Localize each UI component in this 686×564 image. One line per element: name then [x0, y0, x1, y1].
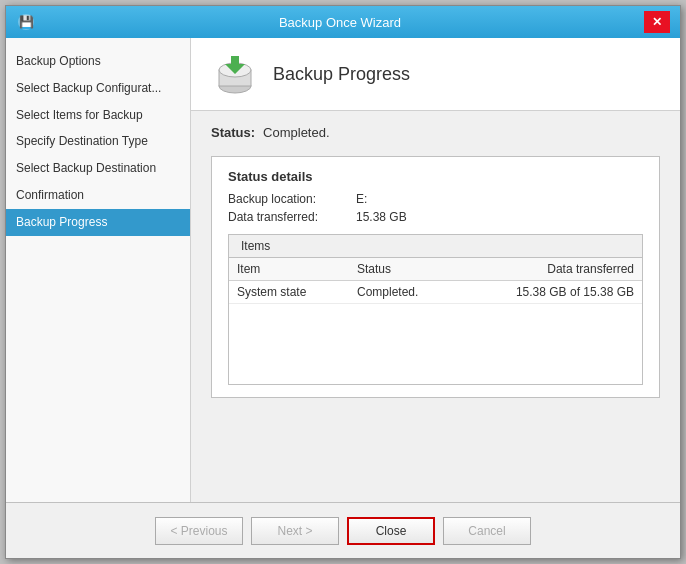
- sidebar-item-select-items-backup[interactable]: Select Items for Backup: [6, 102, 190, 129]
- sidebar-item-backup-options[interactable]: Backup Options: [6, 48, 190, 75]
- col-header-status: Status: [349, 258, 469, 281]
- close-button[interactable]: Close: [347, 517, 435, 545]
- col-header-data-transferred: Data transferred: [469, 258, 642, 281]
- status-details-title: Status details: [228, 169, 643, 184]
- table-row: System state Completed. 15.38 GB of 15.3…: [229, 281, 642, 304]
- backup-progress-icon: [211, 50, 259, 98]
- page-title: Backup Progress: [273, 64, 410, 85]
- bottom-bar: < Previous Next > Close Cancel: [6, 502, 680, 558]
- status-label: Status:: [211, 125, 255, 140]
- backup-location-value: E:: [356, 192, 367, 206]
- header-area: Backup Progress: [191, 38, 680, 111]
- backup-location-row: Backup location: E:: [228, 192, 643, 206]
- svg-text:💾: 💾: [19, 14, 34, 29]
- backup-location-label: Backup location:: [228, 192, 348, 206]
- sidebar-item-select-backup-destination[interactable]: Select Backup Destination: [6, 155, 190, 182]
- sidebar-item-confirmation[interactable]: Confirmation: [6, 182, 190, 209]
- content-area: Backup Options Select Backup Configurat.…: [6, 38, 680, 502]
- items-tab-header: Items: [229, 235, 642, 258]
- items-table: Item Status Data transferred System stat…: [229, 258, 642, 304]
- title-bar: 💾 Backup Once Wizard ✕: [6, 6, 680, 38]
- sidebar-item-backup-progress[interactable]: Backup Progress: [6, 209, 190, 236]
- sidebar-item-specify-destination[interactable]: Specify Destination Type: [6, 128, 190, 155]
- status-details-box: Status details Backup location: E: Data …: [211, 156, 660, 398]
- window-title: Backup Once Wizard: [36, 15, 644, 30]
- status-row: Status: Completed.: [211, 125, 660, 140]
- cancel-button[interactable]: Cancel: [443, 517, 531, 545]
- main-window: 💾 Backup Once Wizard ✕ Backup Options Se…: [5, 5, 681, 559]
- empty-table-space: [229, 304, 642, 384]
- col-header-item: Item: [229, 258, 349, 281]
- row-data-transferred: 15.38 GB of 15.38 GB: [469, 281, 642, 304]
- main-panel: Backup Progress Status: Completed. Statu…: [191, 38, 680, 502]
- window-close-button[interactable]: ✕: [644, 11, 670, 33]
- data-transferred-value: 15.38 GB: [356, 210, 407, 224]
- data-transferred-row: Data transferred: 15.38 GB: [228, 210, 643, 224]
- row-status: Completed.: [349, 281, 469, 304]
- main-content: Status: Completed. Status details Backup…: [191, 111, 680, 502]
- sidebar: Backup Options Select Backup Configurat.…: [6, 38, 191, 502]
- items-section: Items Item Status Data transferred: [228, 234, 643, 385]
- sidebar-item-select-backup-config[interactable]: Select Backup Configurat...: [6, 75, 190, 102]
- previous-button[interactable]: < Previous: [155, 517, 243, 545]
- row-item: System state: [229, 281, 349, 304]
- next-button[interactable]: Next >: [251, 517, 339, 545]
- status-value: Completed.: [263, 125, 329, 140]
- data-transferred-label: Data transferred:: [228, 210, 348, 224]
- window-icon: 💾: [16, 12, 36, 32]
